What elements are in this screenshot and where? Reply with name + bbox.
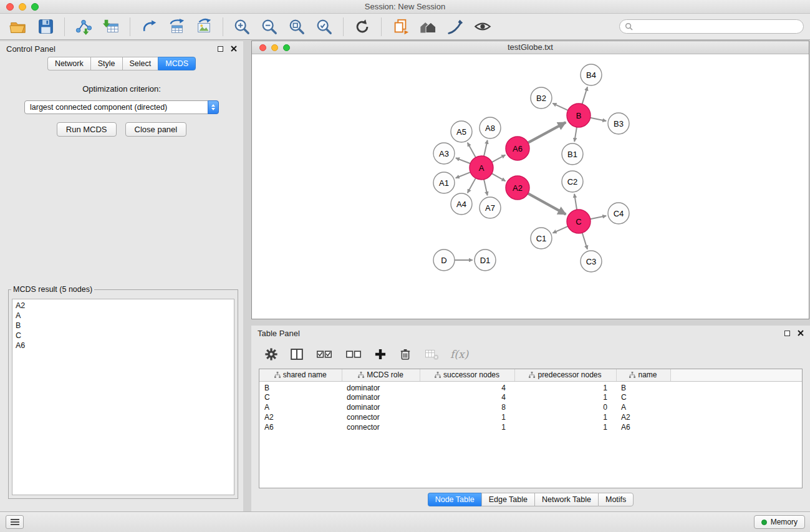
edge-A-A4[interactable] (468, 178, 476, 193)
edge-A-A3[interactable] (456, 158, 470, 163)
save-session-button[interactable] (34, 16, 57, 38)
table-row[interactable]: Bdominator41B (259, 381, 802, 392)
zoom-fit-button[interactable] (285, 16, 309, 38)
table-cell[interactable]: A (616, 402, 670, 412)
tab-motifs[interactable]: Motifs (598, 493, 634, 506)
duplicate-page-button[interactable] (388, 16, 412, 38)
mcds-result-item[interactable]: A (16, 311, 231, 321)
edge-C-C2[interactable] (574, 194, 577, 210)
import-network-file-button[interactable] (72, 16, 95, 38)
table-cell[interactable]: 1 (420, 412, 514, 422)
network-minimize-button[interactable] (271, 44, 278, 51)
float-table-panel-icon[interactable] (784, 331, 790, 336)
tab-mcds[interactable]: MCDS (158, 57, 196, 70)
tab-node-table[interactable]: Node Table (428, 493, 481, 506)
node-C3[interactable]: C3 (581, 251, 602, 272)
task-history-button[interactable] (6, 515, 24, 529)
table-cell[interactable]: 1 (420, 422, 514, 432)
column-header-predecessor-nodes[interactable]: predecessor nodes (514, 369, 616, 381)
edge-B-B1[interactable] (574, 127, 577, 142)
memory-button[interactable]: Memory (754, 515, 805, 529)
column-header-name[interactable]: name (616, 369, 670, 381)
node-A1[interactable]: A1 (433, 172, 455, 193)
import-table-file-button[interactable] (99, 16, 123, 38)
function-builder-button[interactable]: f(x) (450, 348, 468, 360)
table-cell[interactable]: A6 (616, 422, 670, 432)
node-A7[interactable]: A7 (480, 197, 501, 218)
node-C2[interactable]: C2 (562, 171, 583, 192)
node-C[interactable]: C (567, 210, 591, 233)
zoom-out-button[interactable] (258, 16, 281, 38)
optimization-criterion-select[interactable]: largest connected component (directed) (24, 100, 219, 114)
mcds-result-item[interactable]: C (16, 331, 231, 341)
close-panel-icon[interactable] (231, 44, 237, 54)
import-network-url-button[interactable] (137, 16, 161, 38)
refresh-layout-button[interactable] (350, 16, 374, 38)
edge-A-A7[interactable] (484, 180, 488, 196)
table-cell[interactable]: dominator (342, 402, 420, 412)
delete-table-button[interactable] (423, 347, 440, 362)
network-canvas[interactable]: A5A8A3A1A4A7AA6A2BB2B4B3B1CC2C4C1C3DD1 (252, 54, 809, 319)
export-image-button[interactable] (192, 16, 216, 38)
add-column-button[interactable] (374, 347, 387, 361)
tab-select[interactable]: Select (122, 57, 158, 70)
close-table-panel-icon[interactable] (798, 329, 804, 338)
run-mcds-button[interactable]: Run MCDS (57, 122, 117, 137)
mcds-result-item[interactable]: A6 (16, 341, 231, 351)
node-A4[interactable]: A4 (451, 193, 472, 215)
select-all-columns-button[interactable] (315, 347, 334, 362)
tab-edge-table[interactable]: Edge Table (481, 493, 534, 506)
zoom-window-button[interactable] (31, 3, 39, 11)
table-cell[interactable]: connector (342, 412, 420, 422)
mcds-result-list[interactable]: A2ABCA6 (12, 299, 234, 495)
table-cell[interactable]: B (616, 381, 670, 392)
table-cell[interactable]: C (616, 392, 670, 402)
table-cell[interactable]: A (259, 402, 342, 412)
node-A[interactable]: A (470, 156, 493, 180)
node-D[interactable]: D (433, 249, 455, 271)
table-cell[interactable]: 4 (420, 392, 514, 402)
toggle-visibility-button[interactable] (471, 16, 494, 38)
node-D1[interactable]: D1 (475, 249, 496, 271)
network-graph[interactable]: A5A8A3A1A4A7AA6A2BB2B4B3B1CC2C4C1C3DD1 (252, 54, 809, 319)
home-button[interactable] (416, 16, 440, 38)
tab-network[interactable]: Network (47, 57, 90, 70)
node-A8[interactable]: A8 (480, 117, 501, 138)
edge-A6-B[interactable] (528, 122, 566, 143)
table-row[interactable]: A2connector11A2 (259, 412, 802, 422)
table-cell[interactable]: A2 (259, 412, 342, 422)
table-cell[interactable]: 1 (514, 412, 616, 422)
node-A2[interactable]: A2 (506, 176, 529, 200)
node-B[interactable]: B (567, 104, 591, 127)
float-panel-icon[interactable] (218, 46, 223, 52)
edge-B-B4[interactable] (582, 87, 587, 104)
search-input[interactable] (636, 22, 798, 32)
table-cell[interactable]: C (259, 392, 342, 402)
open-session-button[interactable] (6, 16, 30, 38)
column-header-successor-nodes[interactable]: successor nodes (420, 369, 514, 381)
tab-network-table[interactable]: Network Table (534, 493, 598, 506)
close-panel-button[interactable]: Close panel (125, 122, 187, 137)
close-window-button[interactable] (6, 3, 14, 11)
zoom-selected-button[interactable] (312, 16, 336, 38)
node-C4[interactable]: C4 (608, 203, 629, 224)
table-cell[interactable]: dominator (342, 381, 420, 392)
edge-A-A6[interactable] (492, 155, 506, 162)
table-cell[interactable]: 1 (514, 381, 616, 392)
table-row[interactable]: A6connector11A6 (259, 422, 802, 432)
table-cell[interactable]: 0 (514, 402, 616, 412)
node-A3[interactable]: A3 (433, 143, 455, 164)
network-close-button[interactable] (259, 44, 266, 51)
mcds-result-item[interactable]: A2 (16, 301, 231, 311)
edge-A-A1[interactable] (456, 172, 471, 178)
edge-B-B2[interactable] (552, 104, 567, 110)
edge-C-C1[interactable] (552, 226, 567, 233)
table-cell[interactable]: A2 (616, 412, 670, 422)
zoom-in-button[interactable] (230, 16, 254, 38)
node-B1[interactable]: B1 (562, 143, 583, 165)
table-cell[interactable]: dominator (342, 392, 420, 402)
network-zoom-button[interactable] (283, 44, 290, 51)
node-B4[interactable]: B4 (581, 64, 602, 85)
column-header-shared-name[interactable]: shared name (259, 369, 342, 381)
tab-style[interactable]: Style (90, 57, 122, 70)
